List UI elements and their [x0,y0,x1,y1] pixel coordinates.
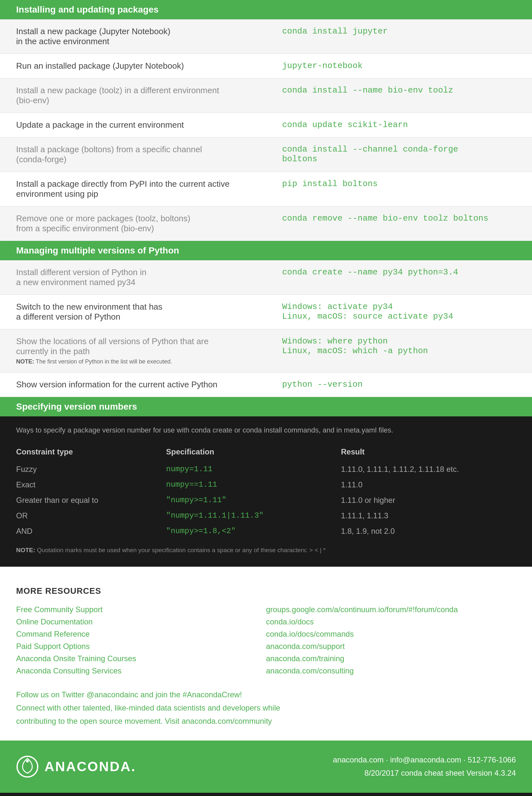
resource-url: anaconda.com/consulting [266,666,516,675]
footer-logo: ANACONDA. [16,755,136,778]
version-spec: "numpy>=1.11" [166,493,341,508]
section-header-python: Managing multiple versions of Python [0,241,532,260]
version-spec: "numpy=1.11.1|1.11.3" [166,508,341,524]
version-col-constraint: Constraint type [16,444,166,461]
resource-url: conda.io/docs/commands [266,630,516,639]
version-constraint: Fuzzy [16,461,166,477]
version-constraint: AND [16,524,166,539]
python-versions-table: Install different version of Python in a… [0,260,532,397]
resources-grid: Free Community Supportgroups.google.com/… [16,605,516,675]
resource-label: Free Community Support [16,605,266,614]
row-description: Show version information for the current… [0,373,266,397]
row-description: Show the locations of all versions of Py… [0,329,266,373]
version-constraint: Greater than or equal to [16,493,166,508]
resource-url: groups.google.com/a/continuum.io/forum/#… [266,605,516,614]
footer-logo-text: ANACONDA. [44,759,136,774]
version-constraint: OR [16,508,166,524]
anaconda-logo-icon [16,755,39,778]
resource-url: anaconda.com/support [266,642,516,651]
version-result: 1.11.0 or higher [341,493,516,508]
version-intro: Ways to specify a package version number… [16,426,516,434]
page-wrapper: Installing and updating packages Install… [0,0,532,793]
version-result: 1.11.1, 1.11.3 [341,508,516,524]
row-description: Install different version of Python in a… [0,260,266,295]
version-col-spec: Specification [166,444,341,461]
row-command: Windows: where python Linux, macOS: whic… [266,329,532,373]
version-section: Ways to specify a package version number… [0,416,532,567]
installing-table: Install a new package (Jupyter Notebook)… [0,19,532,241]
footer-info: anaconda.com · info@anaconda.com · 512-7… [333,754,516,780]
resource-url: anaconda.com/training [266,654,516,663]
version-spec: numpy=1.11 [166,461,341,477]
svg-point-1 [26,760,29,762]
row-description: Update a package in the current environm… [0,113,266,137]
row-command: conda create --name py34 python=3.4 [266,260,532,295]
resource-label: Anaconda Onsite Training Courses [16,654,266,663]
row-command: conda remove --name bio-env toolz bolton… [266,206,532,241]
footer-contact1: anaconda.com · info@anaconda.com · 512-7… [333,754,516,766]
resource-label: Online Documentation [16,617,266,626]
section-header-installing: Installing and updating packages [0,0,532,19]
row-description: Switch to the new environment that has a… [0,295,266,329]
version-spec: numpy==1.11 [166,477,341,493]
row-description: Install a package directly from PyPI int… [0,172,266,206]
svg-point-0 [17,756,38,777]
resource-label: Anaconda Consulting Services [16,666,266,675]
version-result: 1.8, 1.9, not 2.0 [341,524,516,539]
row-command: jupyter-notebook [266,54,532,78]
footer-contact2: 8/20/2017 conda cheat sheet Version 4.3.… [333,766,516,780]
row-description: Remove one or more packages (toolz, bolt… [0,206,266,241]
version-result: 1.11.0, 1.11.1, 1.11.2, 1.11.18 etc. [341,461,516,477]
row-command: conda install --name bio-env toolz [266,78,532,113]
section-specifying: Specifying version numbers Ways to speci… [0,397,532,567]
version-col-result: Result [341,444,516,461]
section-header-specifying: Specifying version numbers [0,397,532,416]
row-command: conda install --channel conda-forge bolt… [266,137,532,172]
row-command: conda install jupyter [266,19,532,54]
row-command: Windows: activate py34 Linux, macOS: sou… [266,295,532,329]
row-note: NOTE: The first version of Python in the… [16,358,250,365]
row-command: python --version [266,373,532,397]
resources-section: MORE RESOURCES Free Community Supportgro… [0,567,532,741]
resource-label: Paid Support Options [16,642,266,651]
resource-url: conda.io/docs [266,617,516,626]
footer: ANACONDA. anaconda.com · info@anaconda.c… [0,741,532,793]
row-command: pip install boltons [266,172,532,206]
version-table: Constraint type Specification Result Fuz… [16,444,516,539]
row-command: conda update scikit-learn [266,113,532,137]
row-description: Run an installed package (Jupyter Notebo… [0,54,266,78]
resources-title: MORE RESOURCES [16,586,516,596]
section-python-versions: Managing multiple versions of Python Ins… [0,241,532,397]
version-note: NOTE: Quotation marks must be used when … [16,547,516,554]
resource-label: Command Reference [16,630,266,639]
row-description: Install a new package (Jupyter Notebook)… [0,19,266,54]
row-description: Install a new package (toolz) in a diffe… [0,78,266,113]
section-installing: Installing and updating packages Install… [0,0,532,241]
version-constraint: Exact [16,477,166,493]
follow-text: Follow us on Twitter @anacondainc and jo… [16,688,516,727]
row-description: Install a package (boltons) from a speci… [0,137,266,172]
version-result: 1.11.0 [341,477,516,493]
version-spec: "numpy>=1.8,<2" [166,524,341,539]
